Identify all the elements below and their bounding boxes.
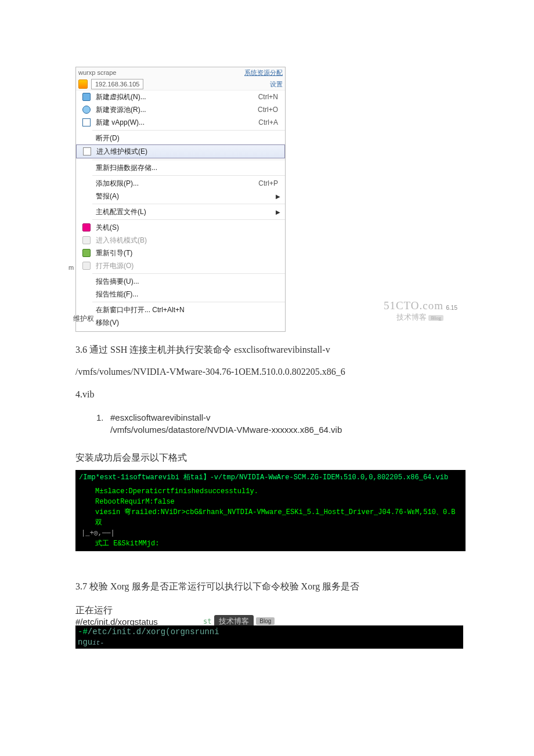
- vsphere-context-menu-screenshot: wurxp scrape 系统资源分配 192.168.36.105 设置 新建…: [75, 67, 286, 332]
- blank-icon: [81, 163, 92, 172]
- menu-item[interactable]: 断开(D): [76, 132, 285, 144]
- menu-separator: [92, 204, 285, 204]
- menu-separator: [92, 175, 285, 176]
- menu-item-label: 主机配置文件(L): [96, 207, 264, 217]
- box-grid-icon: [81, 118, 92, 127]
- term1-line2: M±slace:Dperaticrtfinishedsuccesstul1y.: [79, 486, 462, 497]
- term2-prompt: -#: [78, 627, 88, 636]
- menu-item[interactable]: 警报(A)▶: [76, 190, 285, 202]
- menu-item-label: 移除(V): [96, 317, 280, 328]
- watermark-before-term2: st 技术博客 Blog: [203, 615, 459, 627]
- term2-line2a: ngu: [78, 638, 92, 647]
- submenu-arrow-icon: ▶: [264, 192, 280, 201]
- menu-item-label: 进入维护模式(E): [96, 146, 280, 157]
- sys-resource-link: 系统资源分配: [244, 68, 283, 78]
- menu-item[interactable]: 在新窗口中打开... Ctrl+Alt+N: [76, 303, 285, 316]
- menu-item-shortcut: Ctrl+O: [258, 104, 280, 115]
- scroll-marker: m: [68, 264, 74, 271]
- menu-item-label: 打开电源(O): [96, 261, 280, 271]
- term2-line1: /etc/init.d/xorg(orgnsrunni: [88, 627, 219, 636]
- term1-line4: viesin 弯railed:NViDr>cbG&rhank_NVTDIA-VM…: [79, 507, 462, 528]
- box-globe-icon: [81, 105, 92, 114]
- warning-icon: [78, 79, 88, 89]
- submenu-arrow-icon: ▶: [264, 208, 280, 216]
- menu-item-label: 重新扫描数据存储...: [96, 162, 280, 173]
- menu-item-label: 关机(S): [96, 222, 280, 233]
- code-line-2: /vmfs/volumes/datastore/NVDIA-VMware-xxx…: [110, 425, 342, 435]
- menu-item[interactable]: 重新扫描数据存储...: [76, 161, 285, 174]
- menu-item-label: 在新窗口中打开... Ctrl+Alt+N: [96, 305, 280, 315]
- blank-icon: [81, 305, 92, 314]
- menu-item[interactable]: 添加权限(P)...Ctrl+P: [76, 177, 285, 190]
- watermark-tag: 技术博客: [214, 615, 254, 628]
- menu-item[interactable]: 进入维护模式(E): [76, 144, 285, 158]
- screenshot-top-bar: wurxp scrape 系统资源分配: [76, 67, 285, 78]
- blank-icon: [81, 179, 92, 188]
- ip-row: 192.168.36.105 设置: [76, 78, 285, 91]
- menu-item[interactable]: 新建资源池(R)...Ctrl+O: [76, 103, 285, 116]
- section-3-6-text: 3.6 通过 SSH 连接主机并执行安装命令 esxclisoftwarevib…: [75, 339, 459, 406]
- box-gray-icon: [81, 261, 92, 270]
- menu-item-label: 重新引导(T): [96, 248, 280, 258]
- menu-item[interactable]: 重新引导(T): [76, 247, 285, 259]
- box-red-icon: [81, 223, 92, 232]
- term1-line6: 式工 E&SkitMMjd:: [79, 538, 462, 549]
- watermark-51cto: 51CTO.com 技术博客 Blog: [384, 299, 443, 323]
- list-number: 1.: [96, 411, 104, 424]
- watermark-blog-badge: Blog: [256, 617, 275, 625]
- menu-item-label: 新建 vApp(W)...: [96, 117, 258, 128]
- term2-line2b: it-: [92, 639, 104, 646]
- top-partial-text: wurxp scrape: [78, 68, 116, 78]
- menu-item[interactable]: 新建虚拟机(N)...Ctrl+N: [76, 91, 285, 103]
- context-menu-panel: 新建虚拟机(N)...Ctrl+N新建资源池(R)...Ctrl+O新建 vAp…: [76, 91, 285, 331]
- blank-icon: [81, 207, 92, 216]
- term1-line3: RebootRequirM:false: [79, 497, 462, 507]
- install-output-terminal: /Imp*esxt-1isoftwarevibi 栢tai】-v/tmp/NVI…: [75, 470, 466, 551]
- menu-item-shortcut: Ctrl+A: [258, 117, 280, 128]
- menu-item[interactable]: 打开电源(O): [76, 259, 285, 272]
- box-blue-icon: [81, 92, 92, 102]
- side-maintenance-label: 维护权: [73, 314, 94, 324]
- menu-item-label: 报告摘要(U)...: [96, 276, 280, 287]
- section-3-7-line1: 3.7 校验 Xorg 服务是否正常运行可以执行以下命令校验 Xorg 服务是否: [75, 574, 459, 599]
- watermark-number: 6.15: [446, 305, 457, 311]
- blank-icon: [81, 191, 92, 201]
- menu-item-label: 新建虚拟机(N)...: [96, 92, 258, 102]
- menu-item-shortcut: Ctrl+P: [258, 178, 280, 189]
- menu-item[interactable]: 进入待机模式(B): [76, 234, 285, 247]
- settings-tab-label: 设置: [270, 79, 283, 89]
- term1-line1: /Imp*esxt-1isoftwarevibi 栢tai】-v/tmp/NVI…: [79, 472, 462, 483]
- menu-item-label: 报告性能(F)...: [96, 289, 280, 299]
- menu-item[interactable]: 报告摘要(U)...: [76, 275, 285, 288]
- menu-item-label: 添加权限(P)...: [96, 178, 258, 189]
- menu-item[interactable]: 关机(S): [76, 221, 285, 234]
- menu-item-label: 断开(D): [96, 133, 280, 143]
- menu-separator: [92, 302, 285, 302]
- xorg-status-terminal: -#/etc/init.d/xorg(orgnsrunni nguit-: [75, 625, 463, 649]
- install-command-list: 1. #esxclisoftwarevibinstall-v /vmfs/vol…: [75, 411, 459, 436]
- ip-address-tab: 192.168.36.105: [91, 79, 143, 90]
- menu-item-label: 进入待机模式(B): [96, 235, 280, 245]
- menu-separator: [92, 160, 285, 160]
- menu-separator: [92, 273, 285, 274]
- blank-icon: [81, 133, 92, 143]
- menu-item[interactable]: 新建 vApp(W)...Ctrl+A: [76, 116, 285, 129]
- menu-separator: [92, 130, 285, 131]
- blank-icon: [81, 277, 92, 286]
- menu-item-shortcut: Ctrl+N: [258, 92, 280, 102]
- blank-icon: [81, 290, 92, 299]
- menu-item[interactable]: 报告性能(F)...: [76, 288, 285, 301]
- box-green-icon: [81, 248, 92, 258]
- menu-item[interactable]: 移除(V): [76, 316, 285, 329]
- box-gray-icon: [81, 236, 92, 245]
- menu-separator: [92, 219, 285, 220]
- menu-item[interactable]: 主机配置文件(L)▶: [76, 205, 285, 218]
- code-line-1: #esxclisoftwarevibinstall-v: [110, 413, 211, 422]
- install-success-heading: 安装成功后会显示以下格式: [75, 450, 459, 466]
- menu-item-label: 新建资源池(R)...: [96, 104, 258, 115]
- box-img-icon: [81, 147, 93, 156]
- term1-line5: |_+◎,——|: [79, 528, 462, 538]
- menu-item-label: 警报(A): [96, 191, 264, 201]
